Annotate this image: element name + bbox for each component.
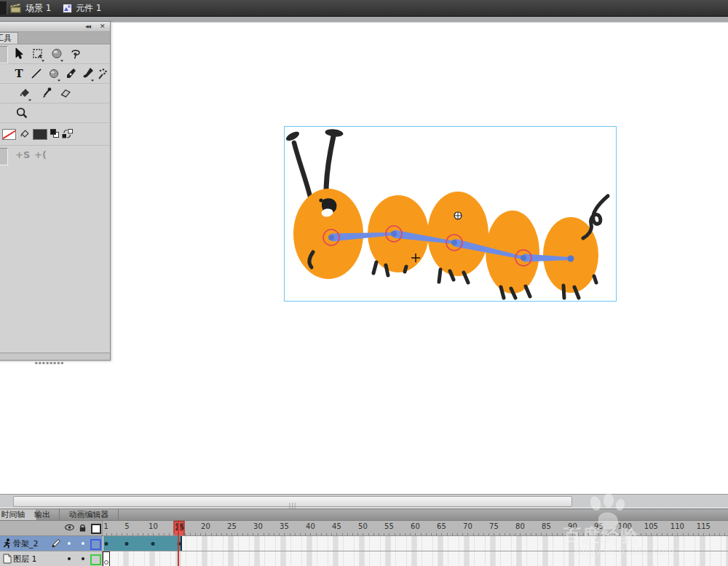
frame-tick xyxy=(347,533,348,535)
pose-keyframe-dot[interactable] xyxy=(104,542,108,546)
timeline-tabbar: 时间轴 输出 动画编辑器 xyxy=(0,509,728,521)
blank-keyframe-cell[interactable] xyxy=(103,551,110,566)
frame-tick xyxy=(122,533,122,535)
pose-keyframe-dot[interactable] xyxy=(151,542,155,546)
frame-tick xyxy=(641,533,641,535)
edit-bar-corner xyxy=(0,1,7,15)
layer-row-armature[interactable]: 骨架_2 xyxy=(0,536,102,551)
stage-canvas[interactable] xyxy=(285,127,616,301)
frames-area: 15 1510152025303540455055606570758085909… xyxy=(103,521,728,566)
eraser-icon xyxy=(58,86,73,101)
tab-motion-editor[interactable]: 动画编辑器 xyxy=(60,509,119,520)
frame-number-label: 45 xyxy=(332,522,341,530)
outline-view-icon[interactable] xyxy=(91,524,101,534)
frame-tick xyxy=(111,533,112,535)
ik-joint[interactable] xyxy=(328,235,334,240)
clipped-tool-button[interactable] xyxy=(0,85,7,101)
lock-icon[interactable] xyxy=(79,524,87,532)
tools-panel-titlebar[interactable]: ◂◂ ✕ xyxy=(0,22,110,32)
stroke-color-swatch[interactable] xyxy=(2,129,16,140)
pen-tool-button[interactable] xyxy=(63,66,79,82)
frame-tick xyxy=(609,533,610,535)
frame-tick xyxy=(179,533,180,535)
frame-tick xyxy=(169,533,170,535)
horizontal-scrollbar-thumb[interactable]: ||| xyxy=(13,496,572,507)
layer-visibility-dot[interactable] xyxy=(68,557,71,560)
line-tool-button[interactable] xyxy=(28,66,44,82)
pose-keyframe-dot[interactable] xyxy=(125,542,129,546)
frame-row-normal[interactable] xyxy=(103,551,728,566)
scene-breadcrumb[interactable]: 场景 1 xyxy=(10,0,51,16)
frame-tick xyxy=(526,533,526,535)
frame-tick xyxy=(195,533,196,535)
ik-joint[interactable] xyxy=(568,256,574,262)
frame-tick xyxy=(467,533,468,535)
layer-lock-dot[interactable] xyxy=(82,557,84,560)
snap-option-button[interactable] xyxy=(0,148,8,165)
frame-tick xyxy=(604,533,605,535)
paint-bucket-tool-button[interactable] xyxy=(17,85,33,101)
frame-tick xyxy=(515,533,515,535)
frame-tick xyxy=(552,533,553,535)
oval-tool-button[interactable] xyxy=(46,66,62,82)
close-panel-icon[interactable]: ✕ xyxy=(100,22,106,31)
eraser-tool-button[interactable] xyxy=(58,85,74,101)
ik-joint[interactable] xyxy=(451,240,457,245)
selection-tool-button[interactable] xyxy=(11,46,27,62)
pose-keyframe-dot[interactable] xyxy=(178,542,181,546)
frame-tick xyxy=(510,533,510,535)
clipped-tool-button[interactable] xyxy=(0,46,8,63)
horizontal-scrollbar[interactable]: ||| xyxy=(0,494,728,508)
frame-tick xyxy=(258,533,258,535)
frame-row-armature[interactable] xyxy=(103,536,728,551)
layer-row-normal[interactable]: 图层 1 xyxy=(0,551,102,566)
pen-icon xyxy=(64,66,79,81)
zoom-tool-button[interactable] xyxy=(14,105,30,121)
swap-colors-icon[interactable] xyxy=(62,129,73,138)
tools-panel-tab[interactable]: 工具 xyxy=(0,32,18,44)
frame-tick xyxy=(457,533,458,535)
clipped-tool-button[interactable] xyxy=(0,66,8,82)
layer-name: 骨架_2 xyxy=(13,538,39,549)
frame-number-label: 95 xyxy=(594,522,604,530)
frame-tick xyxy=(630,533,631,535)
frame-tick xyxy=(567,533,568,535)
text-tool-button[interactable]: T xyxy=(11,66,27,82)
tools-panel-resize-grip[interactable]: ▪▪▪▪▪▪▪▪ xyxy=(0,353,110,360)
layer-outline-color-swatch[interactable] xyxy=(90,539,101,550)
layer-visibility-dot[interactable] xyxy=(68,542,71,545)
collapse-panel-icon[interactable]: ◂◂ xyxy=(85,22,90,31)
frame-tick xyxy=(153,533,154,535)
show-hide-eye-icon[interactable] xyxy=(65,524,74,531)
frame-tick xyxy=(651,533,652,535)
3d-rotation-tool-button[interactable] xyxy=(49,46,65,62)
tab-output[interactable]: 输出 xyxy=(25,509,60,520)
symbol-icon xyxy=(63,4,72,13)
layer-lock-dot[interactable] xyxy=(82,542,84,545)
layer-outline-color-swatch[interactable] xyxy=(90,554,101,565)
eyedropper-tool-button[interactable] xyxy=(39,85,55,101)
symbol-breadcrumb[interactable]: 元件 1 xyxy=(63,0,101,16)
brush-tool-button[interactable] xyxy=(79,66,95,82)
edit-bar: 场景 1 元件 1 xyxy=(0,0,728,17)
frame-number-label: 10 xyxy=(149,522,158,530)
smooth-option-button[interactable]: +S xyxy=(15,149,30,160)
frame-tick xyxy=(326,533,327,535)
frames-header-ruler[interactable]: 15 1510152025303540455055606570758085909… xyxy=(103,521,728,536)
frame-tick xyxy=(405,533,405,535)
tools-panel: ◂◂ ✕ 工具 xyxy=(0,21,111,361)
ik-joint[interactable] xyxy=(521,255,526,261)
straighten-option-button[interactable]: +( xyxy=(34,149,47,160)
lasso-tool-button[interactable] xyxy=(68,46,84,62)
frame-tick xyxy=(336,533,337,535)
stage-selection-bounds[interactable] xyxy=(284,126,617,302)
frame-tick xyxy=(462,533,463,535)
frame-tick xyxy=(237,533,238,535)
armature-pose-span[interactable] xyxy=(103,536,182,551)
free-transform-tool-button[interactable] xyxy=(30,46,46,62)
black-white-colors-icon[interactable] xyxy=(50,129,60,138)
fill-color-swatch[interactable] xyxy=(33,129,47,140)
deco-tool-button[interactable] xyxy=(95,66,111,82)
ik-joint[interactable] xyxy=(391,231,397,237)
frame-tick xyxy=(531,533,531,535)
